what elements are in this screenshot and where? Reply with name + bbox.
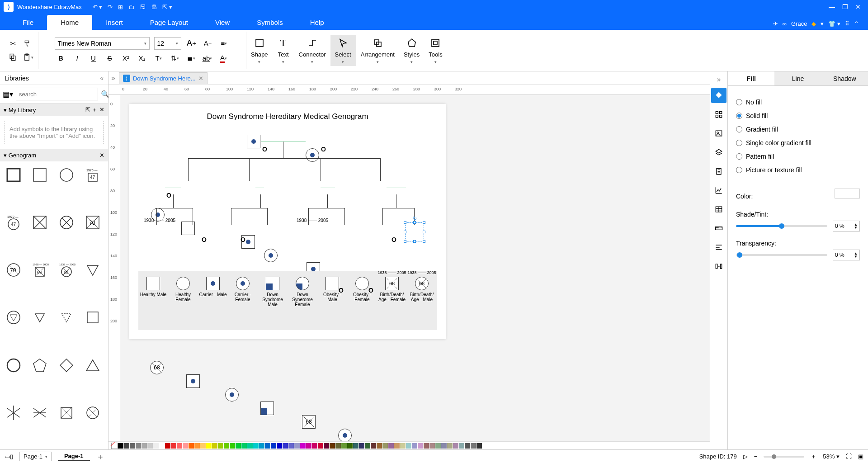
- shape-tri-circle[interactable]: [3, 307, 24, 328]
- node-g2-f2[interactable]: [264, 249, 278, 262]
- new-icon[interactable]: ⊞: [118, 4, 123, 10]
- line-spacing-button[interactable]: ⇅ ▾: [169, 52, 181, 64]
- color-swatch[interactable]: [382, 443, 388, 449]
- menu-file[interactable]: File: [9, 15, 47, 30]
- page-panel-icon[interactable]: [711, 164, 726, 179]
- color-swatch[interactable]: [429, 443, 435, 449]
- color-swatch[interactable]: [406, 443, 411, 449]
- bold-button[interactable]: B: [55, 52, 67, 64]
- arrangement-tool[interactable]: Arrangement▾: [356, 35, 399, 66]
- color-swatch[interactable]: [171, 443, 176, 449]
- layers-panel-icon[interactable]: [711, 145, 726, 160]
- shape-square[interactable]: [29, 164, 51, 186]
- my-library-section[interactable]: ▾ My Library ⇱ ＋ ✕: [0, 104, 108, 116]
- user-name[interactable]: Grace: [791, 20, 807, 27]
- color-swatch[interactable]: [300, 443, 306, 449]
- subscript-button[interactable]: X₂: [137, 52, 148, 64]
- shape-circ-x2[interactable]: [82, 402, 104, 424]
- node-g3-5[interactable]: 68: [302, 415, 316, 429]
- paste-icon[interactable]: ▾: [23, 52, 33, 63]
- chevron-down-icon[interactable]: ▾: [821, 20, 824, 27]
- underline-button[interactable]: U: [88, 52, 99, 64]
- strikethrough-button[interactable]: S: [104, 52, 116, 64]
- close-genogram-icon[interactable]: ✕: [99, 152, 104, 159]
- node-g3-2[interactable]: [186, 374, 200, 388]
- menu-symbols[interactable]: Symbols: [243, 15, 297, 30]
- color-swatch[interactable]: [418, 443, 423, 449]
- color-swatch[interactable]: [153, 443, 159, 449]
- color-swatch[interactable]: [476, 443, 482, 449]
- fullscreen-icon[interactable]: ▣: [858, 453, 863, 460]
- italic-button[interactable]: I: [71, 52, 83, 64]
- radio-no-fill[interactable]: No fill: [736, 99, 860, 106]
- minimize-button[interactable]: —: [829, 3, 835, 10]
- radio-pattern-fill[interactable]: Pattern fill: [736, 153, 860, 160]
- color-swatch[interactable]: [259, 443, 264, 449]
- copy-icon[interactable]: [7, 52, 18, 63]
- color-swatch[interactable]: [318, 443, 323, 449]
- color-swatch[interactable]: [306, 443, 311, 449]
- color-swatch[interactable]: [353, 443, 359, 449]
- cut-icon[interactable]: ✂: [7, 38, 18, 49]
- close-section-icon[interactable]: ✕: [99, 106, 104, 113]
- font-family-select[interactable]: Times New Roman▾: [55, 37, 150, 50]
- shape-tri-only[interactable]: [29, 307, 51, 328]
- zoom-in-icon[interactable]: ＋: [811, 453, 816, 461]
- shape-box-x[interactable]: [56, 402, 77, 424]
- tab-fill[interactable]: Fill: [728, 71, 774, 85]
- shape-triangle-down[interactable]: [82, 259, 104, 281]
- color-swatch[interactable]: [394, 443, 400, 449]
- color-swatch[interactable]: [236, 443, 241, 449]
- shape-circle-68a[interactable]: 1938 — 200568: [56, 259, 77, 281]
- collapse-panel-icon[interactable]: «: [100, 75, 104, 82]
- color-swatch[interactable]: [130, 443, 135, 449]
- color-swatch[interactable]: [206, 443, 212, 449]
- color-swatch[interactable]: [241, 443, 247, 449]
- connector-tool[interactable]: Connector▾: [294, 35, 330, 66]
- canvas-page[interactable]: Down Syndrome Hereditary Medical Genogra…: [129, 104, 446, 339]
- expand-left-icon[interactable]: »: [111, 74, 115, 82]
- share-icon[interactable]: ∞: [783, 20, 787, 27]
- shape-tri-dash[interactable]: [56, 307, 77, 328]
- shape-diamond[interactable]: [56, 354, 77, 376]
- open-icon[interactable]: 🗀: [128, 4, 134, 10]
- color-swatch[interactable]: [271, 443, 276, 449]
- color-swatch[interactable]: [136, 443, 141, 449]
- tab-shadow[interactable]: Shadow: [821, 71, 868, 85]
- color-swatch[interactable]: [412, 443, 417, 449]
- table-panel-icon[interactable]: [711, 202, 726, 217]
- fill-panel-icon[interactable]: [711, 88, 726, 103]
- tools-tool[interactable]: Tools▾: [424, 35, 447, 66]
- color-swatch[interactable]: [324, 443, 329, 449]
- color-swatch[interactable]: [265, 443, 270, 449]
- font-size-select[interactable]: 12▾: [154, 37, 181, 50]
- color-swatch[interactable]: [224, 443, 229, 449]
- maximize-button[interactable]: ❐: [842, 3, 848, 10]
- image-panel-icon[interactable]: [711, 126, 726, 141]
- color-swatch[interactable]: [359, 443, 364, 449]
- color-swatch[interactable]: [435, 443, 441, 449]
- shape-circle-x[interactable]: [56, 212, 77, 233]
- shape-circle[interactable]: [56, 164, 77, 186]
- format-painter-icon[interactable]: [23, 38, 33, 49]
- color-swatch[interactable]: [288, 443, 294, 449]
- color-swatch[interactable]: [335, 443, 341, 449]
- color-swatch[interactable]: [371, 443, 376, 449]
- shape-square-thin[interactable]: [82, 307, 104, 328]
- color-swatch[interactable]: [441, 443, 447, 449]
- shape-year-box[interactable]: 1970 —47: [82, 164, 104, 186]
- shape-star1[interactable]: [3, 402, 24, 424]
- color-swatch[interactable]: [283, 443, 288, 449]
- add-icon[interactable]: ＋: [92, 106, 98, 113]
- shape-square-x[interactable]: [29, 212, 51, 233]
- node-g3-6[interactable]: [338, 429, 352, 441]
- shade-slider[interactable]: [736, 225, 827, 227]
- transparency-slider[interactable]: [736, 254, 827, 256]
- zoom-slider[interactable]: [764, 456, 804, 458]
- close-tab-icon[interactable]: ✕: [198, 75, 203, 82]
- color-swatch[interactable]: [312, 443, 317, 449]
- page-layout-icon[interactable]: ▭▯: [5, 453, 13, 460]
- select-tool[interactable]: Select▾: [330, 35, 356, 66]
- color-swatch[interactable]: [142, 443, 147, 449]
- node-g1-female[interactable]: [306, 148, 319, 162]
